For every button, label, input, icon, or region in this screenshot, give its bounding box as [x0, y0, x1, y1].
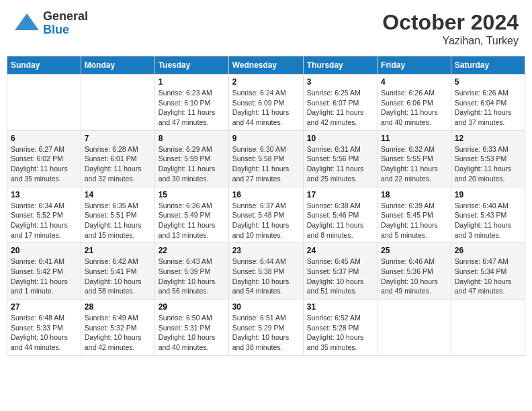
weekday-header-row: SundayMondayTuesdayWednesdayThursdayFrid… [7, 56, 525, 75]
day-number: 28 [85, 302, 151, 312]
day-cell: 25Sunrise: 6:46 AM Sunset: 5:36 PM Dayli… [378, 243, 451, 300]
day-info: Sunrise: 6:29 AM Sunset: 5:59 PM Dayligh… [159, 144, 225, 184]
day-cell [81, 75, 154, 131]
day-info: Sunrise: 6:26 AM Sunset: 6:04 PM Dayligh… [455, 88, 521, 128]
day-cell: 19Sunrise: 6:40 AM Sunset: 5:43 PM Dayli… [451, 187, 525, 243]
day-number: 30 [232, 302, 300, 312]
day-cell: 17Sunrise: 6:38 AM Sunset: 5:46 PM Dayli… [303, 187, 377, 243]
logo-blue-text: Blue [43, 24, 88, 37]
day-cell: 8Sunrise: 6:29 AM Sunset: 5:59 PM Daylig… [154, 130, 228, 187]
day-cell: 5Sunrise: 6:26 AM Sunset: 6:04 PM Daylig… [451, 75, 525, 131]
week-row-3: 13Sunrise: 6:34 AM Sunset: 5:52 PM Dayli… [7, 187, 525, 243]
day-info: Sunrise: 6:27 AM Sunset: 6:02 PM Dayligh… [11, 144, 77, 184]
day-number: 11 [381, 134, 447, 143]
day-number: 10 [307, 134, 373, 143]
day-info: Sunrise: 6:36 AM Sunset: 5:49 PM Dayligh… [159, 201, 225, 240]
day-cell: 1Sunrise: 6:23 AM Sunset: 6:10 PM Daylig… [154, 75, 228, 131]
day-info: Sunrise: 6:43 AM Sunset: 5:39 PM Dayligh… [159, 257, 225, 296]
day-number: 13 [11, 190, 77, 199]
day-cell: 9Sunrise: 6:30 AM Sunset: 5:58 PM Daylig… [228, 130, 303, 187]
day-info: Sunrise: 6:24 AM Sunset: 6:09 PM Dayligh… [232, 88, 300, 128]
day-number: 8 [159, 134, 225, 143]
weekday-header-wednesday: Wednesday [228, 56, 303, 75]
weekday-header-thursday: Thursday [303, 56, 377, 75]
day-cell: 16Sunrise: 6:37 AM Sunset: 5:48 PM Dayli… [228, 187, 303, 243]
month-info: October 2024 Yazihan, Turkey [382, 10, 519, 47]
day-number: 12 [455, 134, 521, 143]
day-number: 3 [307, 77, 373, 87]
day-number: 29 [159, 302, 225, 312]
day-info: Sunrise: 6:42 AM Sunset: 5:41 PM Dayligh… [85, 257, 151, 296]
day-info: Sunrise: 6:40 AM Sunset: 5:43 PM Dayligh… [455, 201, 521, 240]
day-cell: 11Sunrise: 6:32 AM Sunset: 5:55 PM Dayli… [378, 130, 451, 187]
day-info: Sunrise: 6:39 AM Sunset: 5:45 PM Dayligh… [381, 201, 447, 240]
day-number: 25 [381, 246, 447, 255]
day-info: Sunrise: 6:32 AM Sunset: 5:55 PM Dayligh… [381, 144, 447, 184]
weekday-header-tuesday: Tuesday [154, 56, 228, 75]
day-number: 9 [232, 134, 300, 143]
logo-icon [13, 10, 40, 37]
day-number: 22 [159, 246, 225, 255]
day-cell: 22Sunrise: 6:43 AM Sunset: 5:39 PM Dayli… [154, 243, 228, 300]
location: Yazihan, Turkey [382, 35, 519, 47]
day-cell: 31Sunrise: 6:52 AM Sunset: 5:28 PM Dayli… [303, 300, 377, 356]
day-info: Sunrise: 6:26 AM Sunset: 6:06 PM Dayligh… [381, 88, 447, 128]
day-cell: 18Sunrise: 6:39 AM Sunset: 5:45 PM Dayli… [378, 187, 451, 243]
day-info: Sunrise: 6:51 AM Sunset: 5:29 PM Dayligh… [232, 313, 300, 353]
calendar-table: SundayMondayTuesdayWednesdayThursdayFrid… [7, 56, 525, 356]
weekday-header-monday: Monday [81, 56, 154, 75]
weekday-header-saturday: Saturday [451, 56, 525, 75]
day-number: 23 [232, 246, 300, 255]
day-cell [7, 75, 81, 131]
day-info: Sunrise: 6:37 AM Sunset: 5:48 PM Dayligh… [232, 201, 300, 240]
day-cell: 28Sunrise: 6:49 AM Sunset: 5:32 PM Dayli… [81, 300, 154, 356]
day-info: Sunrise: 6:34 AM Sunset: 5:52 PM Dayligh… [11, 201, 77, 240]
day-number: 18 [381, 190, 447, 199]
day-cell: 15Sunrise: 6:36 AM Sunset: 5:49 PM Dayli… [154, 187, 228, 243]
day-number: 5 [455, 77, 521, 87]
day-info: Sunrise: 6:23 AM Sunset: 6:10 PM Dayligh… [159, 88, 225, 128]
day-cell: 4Sunrise: 6:26 AM Sunset: 6:06 PM Daylig… [378, 75, 451, 131]
day-number: 27 [11, 302, 77, 312]
day-cell [451, 300, 525, 356]
day-cell: 27Sunrise: 6:48 AM Sunset: 5:33 PM Dayli… [7, 300, 81, 356]
day-number: 16 [232, 190, 300, 199]
day-cell: 26Sunrise: 6:47 AM Sunset: 5:34 PM Dayli… [451, 243, 525, 300]
day-info: Sunrise: 6:35 AM Sunset: 5:51 PM Dayligh… [85, 201, 151, 240]
day-number: 24 [307, 246, 373, 255]
day-cell: 6Sunrise: 6:27 AM Sunset: 6:02 PM Daylig… [7, 130, 81, 187]
day-number: 1 [159, 77, 225, 87]
weekday-header-sunday: Sunday [7, 56, 81, 75]
day-cell: 29Sunrise: 6:50 AM Sunset: 5:31 PM Dayli… [154, 300, 228, 356]
day-info: Sunrise: 6:44 AM Sunset: 5:38 PM Dayligh… [232, 257, 300, 296]
day-cell: 12Sunrise: 6:33 AM Sunset: 5:53 PM Dayli… [451, 130, 525, 187]
day-info: Sunrise: 6:31 AM Sunset: 5:56 PM Dayligh… [307, 144, 373, 184]
day-info: Sunrise: 6:46 AM Sunset: 5:36 PM Dayligh… [381, 257, 447, 296]
day-number: 21 [85, 246, 151, 255]
day-number: 7 [85, 134, 151, 143]
week-row-4: 20Sunrise: 6:41 AM Sunset: 5:42 PM Dayli… [7, 243, 525, 300]
day-cell: 30Sunrise: 6:51 AM Sunset: 5:29 PM Dayli… [228, 300, 303, 356]
day-info: Sunrise: 6:41 AM Sunset: 5:42 PM Dayligh… [11, 257, 77, 296]
weekday-header-friday: Friday [378, 56, 451, 75]
day-info: Sunrise: 6:25 AM Sunset: 6:07 PM Dayligh… [307, 88, 373, 128]
day-cell: 23Sunrise: 6:44 AM Sunset: 5:38 PM Dayli… [228, 243, 303, 300]
day-cell: 7Sunrise: 6:28 AM Sunset: 6:01 PM Daylig… [81, 130, 154, 187]
day-number: 2 [232, 77, 300, 87]
week-row-1: 1Sunrise: 6:23 AM Sunset: 6:10 PM Daylig… [7, 75, 525, 131]
day-number: 19 [455, 190, 521, 199]
day-cell: 24Sunrise: 6:45 AM Sunset: 5:37 PM Dayli… [303, 243, 377, 300]
day-info: Sunrise: 6:47 AM Sunset: 5:34 PM Dayligh… [455, 257, 521, 296]
day-number: 4 [381, 77, 447, 87]
day-number: 31 [307, 302, 373, 312]
day-cell: 20Sunrise: 6:41 AM Sunset: 5:42 PM Dayli… [7, 243, 81, 300]
day-info: Sunrise: 6:28 AM Sunset: 6:01 PM Dayligh… [85, 144, 151, 184]
day-number: 6 [11, 134, 77, 143]
day-number: 17 [307, 190, 373, 199]
day-info: Sunrise: 6:33 AM Sunset: 5:53 PM Dayligh… [455, 144, 521, 184]
page-header: General Blue October 2024 Yazihan, Turke… [7, 7, 525, 50]
day-cell: 3Sunrise: 6:25 AM Sunset: 6:07 PM Daylig… [303, 75, 377, 131]
week-row-2: 6Sunrise: 6:27 AM Sunset: 6:02 PM Daylig… [7, 130, 525, 187]
day-info: Sunrise: 6:45 AM Sunset: 5:37 PM Dayligh… [307, 257, 373, 296]
day-info: Sunrise: 6:30 AM Sunset: 5:58 PM Dayligh… [232, 144, 300, 184]
